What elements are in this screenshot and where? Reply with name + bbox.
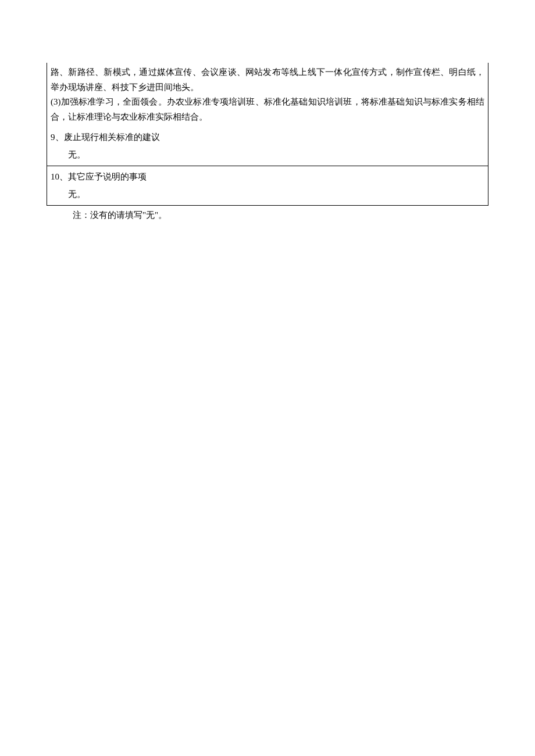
section-9-heading-cell: 9、废止现行相关标准的建议 — [47, 127, 488, 146]
section-10-answer-cell: 无。 — [47, 186, 488, 206]
section-9-heading-row: 9、废止现行相关标准的建议 — [47, 127, 488, 146]
section-top-cell: 路、新路径、新模式，通过媒体宣传、会议座谈、网站发布等线上线下一体化宣传方式，制… — [47, 63, 488, 127]
section-10-answer-row: 无。 — [47, 186, 488, 206]
section-top-row: 路、新路径、新模式，通过媒体宣传、会议座谈、网站发布等线上线下一体化宣传方式，制… — [47, 63, 488, 127]
section-top-paragraph-2: (3)加强标准学习，全面领会。办农业标准专项培训班、标准化基础知识培训班，将标准… — [51, 95, 484, 124]
document-table: 路、新路径、新模式，通过媒体宣传、会议座谈、网站发布等线上线下一体化宣传方式，制… — [47, 63, 488, 206]
section-top-paragraph-1: 路、新路径、新模式，通过媒体宣传、会议座谈、网站发布等线上线下一体化宣传方式，制… — [51, 65, 484, 95]
section-9-answer-cell: 无。 — [47, 146, 488, 166]
footnote: 注：没有的请填写"无"。 — [73, 208, 535, 223]
section-9-answer: 无。 — [68, 150, 85, 159]
section-10-heading: 10、其它应予说明的事项 — [51, 172, 147, 181]
section-9-heading: 9、废止现行相关标准的建议 — [51, 132, 160, 142]
section-10-answer: 无。 — [68, 189, 85, 199]
section-9-answer-row: 无。 — [47, 146, 488, 166]
document-page: 路、新路径、新模式，通过媒体宣传、会议座谈、网站发布等线上线下一体化宣传方式，制… — [0, 63, 535, 756]
section-10-heading-cell: 10、其它应予说明的事项 — [47, 166, 488, 186]
section-10-heading-row: 10、其它应予说明的事项 — [47, 166, 488, 186]
